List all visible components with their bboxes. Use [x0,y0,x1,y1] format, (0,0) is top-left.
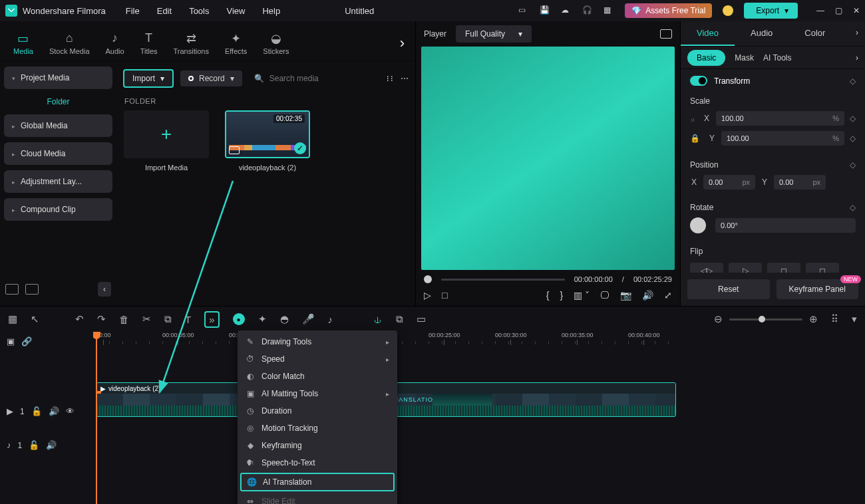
record-button[interactable]: Record▾ [180,70,242,86]
cm-duration[interactable]: ◷Duration [238,402,397,420]
cm-ai-translation[interactable]: 🌐AI Translation [240,473,395,491]
rotate-knob[interactable] [690,217,706,233]
reset-button[interactable]: Reset [687,279,770,299]
save-icon[interactable]: 💾 [540,5,550,16]
flip-vertical-icon[interactable]: ▷ [729,263,762,273]
cloud-icon[interactable]: ☁ [561,5,572,16]
zoom-slider[interactable] [729,318,802,320]
folder-icon[interactable] [25,284,39,295]
new-folder-icon[interactable] [5,284,19,295]
cm-drawing-tools[interactable]: ✎Drawing Tools▸ [238,333,397,350]
ratio-icon[interactable]: ▥ ˅ [574,290,590,301]
apps-icon[interactable]: ▦ [604,5,614,16]
export-button[interactable]: Export▾ [744,3,798,19]
import-media-tile[interactable]: + Import Media [123,110,210,172]
playhead[interactable] [96,332,97,504]
tab-effects[interactable]: ✦Effects [218,30,254,57]
tab-stickers[interactable]: ◒Stickers [256,30,295,57]
lock-track-icon[interactable]: 🔓 [31,406,42,416]
pos-y-input[interactable]: 0.00px [774,175,826,189]
collapse-sidebar-icon[interactable]: ‹ [98,282,111,297]
mute-track-icon[interactable]: 🔊 [49,406,59,416]
sidebar-project-media[interactable]: ▾Project Media [4,66,112,89]
filter-icon[interactable]: ⫶⫶ [386,74,394,83]
scale-y-keyframe-icon[interactable]: ◇ [850,134,856,143]
transform-toggle[interactable] [690,76,707,86]
marker-icon[interactable]: ▭ [417,313,426,325]
lock-audio-icon[interactable]: 🔓 [29,440,39,450]
undo-icon[interactable]: ↶ [75,313,84,325]
effects-quick-icon[interactable]: ✦ [258,313,267,325]
rotate-input[interactable]: 0.00° [715,218,856,233]
cm-keyframing[interactable]: ◆Keyframing [238,437,397,454]
sidebar-adjustment-layer[interactable]: ▸Adjustment Lay... [4,170,112,193]
props-scroll-right-icon[interactable]: › [849,21,865,46]
tab-audio[interactable]: Audio [735,21,788,46]
cm-speed[interactable]: ⏱Speed▸ [238,350,397,368]
preview-canvas[interactable] [421,47,675,270]
music-icon[interactable]: ♪ [328,314,333,325]
subtab-mask[interactable]: Mask [735,53,754,63]
delete-icon[interactable]: 🗑 [119,314,129,325]
zoom-out-icon[interactable]: ⊖ [714,313,723,325]
flip-button-4[interactable]: ◻ [806,263,839,273]
link-icon[interactable]: ⧉ [396,313,403,325]
tl-select-icon[interactable]: ↖ [31,313,39,325]
sidebar-cloud-media[interactable]: ▸Cloud Media [4,142,112,165]
progress-bar[interactable] [441,279,565,281]
headphones-icon[interactable]: 🎧 [582,5,593,16]
fullscreen-icon[interactable]: ⤢ [664,290,672,301]
shield-icon[interactable]: ◓ [280,313,289,325]
import-button[interactable]: Import▾ [123,69,174,88]
subtab-ai-tools[interactable]: AI Tools [763,53,791,63]
cut-icon[interactable]: ✂ [142,313,151,325]
lock-icon-2[interactable]: 🔒 [690,134,700,143]
mark-out-icon[interactable]: } [560,290,563,301]
assets-trial-button[interactable]: 💎Assets Free Trial [625,3,712,18]
crop-icon[interactable]: ⧉ [164,313,172,325]
cm-ai-matting[interactable]: ▣AI Matting Tools▸ [238,385,397,402]
mic-icon[interactable]: 🎤 [302,313,315,325]
flip-horizontal-icon[interactable]: ◁▷ [690,263,723,273]
tab-transitions[interactable]: ⇄Transitions [167,30,216,57]
timeline-more-icon[interactable]: ▾ [852,313,857,325]
tl-links-icon[interactable]: 🔗 [21,336,32,346]
tl-panel-icon[interactable]: ▣ [7,336,15,346]
magnet-icon[interactable]: ⫝ [373,314,383,325]
flip-button-3[interactable]: ◻ [767,263,800,273]
tl-layout-icon[interactable]: ▦ [8,313,17,325]
device-icon[interactable]: ▭ [518,5,529,16]
tab-audio[interactable]: ♪Audio [99,30,131,57]
search-input[interactable] [269,74,374,83]
volume-icon[interactable]: 🔊 [642,290,653,301]
rotate-keyframe-icon[interactable]: ◇ [850,203,856,212]
scale-y-input[interactable]: 100.00% [721,131,844,146]
video-track-header[interactable]: ▶ 1 🔓 🔊 👁 [4,404,89,418]
mark-in-icon[interactable]: { [546,290,550,301]
play-icon[interactable]: ▷ [424,290,431,301]
display-icon[interactable]: 🖵 [600,290,609,301]
more-tools-icon[interactable]: » [204,311,219,328]
search-media[interactable]: 🔍 [249,71,379,86]
grid-view-icon[interactable]: ⠿ [831,313,838,325]
close-icon[interactable]: ✕ [853,6,860,15]
scale-x-input[interactable]: 100.00% [716,111,844,126]
snapshot-icon[interactable]: 📷 [620,290,631,301]
redo-icon[interactable]: ↷ [97,313,106,325]
transform-keyframe-icon[interactable]: ◇ [850,76,856,86]
tab-stock-media[interactable]: ⌂Stock Media [43,30,96,57]
sidebar-compound-clip[interactable]: ▸Compound Clip [4,198,112,221]
subtabs-scroll-right-icon[interactable]: › [856,53,858,63]
coin-icon[interactable] [723,5,733,16]
hide-track-icon[interactable]: 👁 [66,406,75,416]
scale-x-keyframe-icon[interactable]: ◇ [850,114,856,123]
tab-color[interactable]: Color [788,21,841,46]
ai-icon[interactable]: ● [233,313,245,325]
minimize-icon[interactable]: — [816,6,824,15]
cm-motion-tracking[interactable]: ◎Motion Tracking [238,420,397,437]
sidebar-folder[interactable]: Folder [4,94,112,109]
pos-x-input[interactable]: 0.00px [703,175,755,189]
subtab-basic[interactable]: Basic [687,50,725,66]
tab-media[interactable]: ▭Media [7,30,40,57]
keyframe-panel-button[interactable]: Keyframe PanelNEW [777,279,859,299]
